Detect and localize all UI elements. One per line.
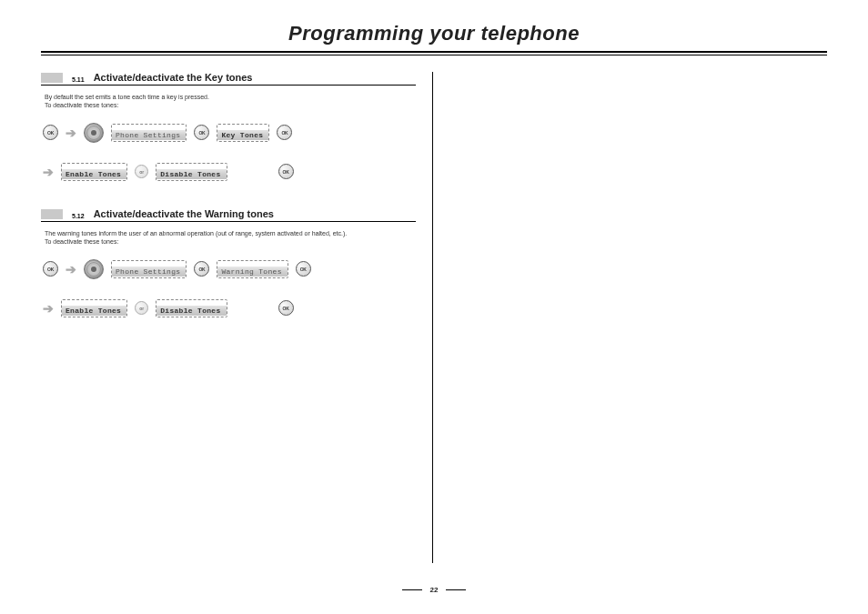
menu-pill-phone-settings: Phone Settings <box>111 260 187 278</box>
section-header: 5.11 Activate/deactivate the Key tones <box>41 72 416 86</box>
page: Programming your telephone 5.11 Activate… <box>0 0 868 614</box>
ok-button-icon: OK <box>278 164 294 179</box>
section-title: Activate/deactivate the Key tones <box>94 72 253 83</box>
divider-thin <box>41 55 827 55</box>
ok-button-icon: OK <box>43 125 58 140</box>
menu-label: Warning Tones <box>217 267 287 277</box>
right-column <box>433 72 827 563</box>
menu-pill-enable-tones: Enable Tones <box>61 299 127 317</box>
arrow-icon: ➔ <box>66 262 76 277</box>
ok-button-icon: OK <box>278 300 294 316</box>
section-body: By default the set emits a tone each tim… <box>45 93 416 110</box>
arrow-icon: ➔ <box>43 301 54 316</box>
page-number-wrap: 22 <box>0 581 868 598</box>
or-icon: or <box>135 301 148 315</box>
menu-label: Phone Settings <box>112 130 186 140</box>
menu-label: Enable Tones <box>62 169 126 179</box>
section-number: 5.12 <box>72 213 85 219</box>
section-number: 5.11 <box>72 76 85 83</box>
section-title: Activate/deactivate the Warning tones <box>94 208 274 219</box>
divider-thick <box>41 51 827 53</box>
menu-pill-key-tones: Key Tones <box>217 124 269 142</box>
menu-label: Phone Settings <box>112 267 186 277</box>
flow-row-1: OK ➔ Phone Settings OK Key Tones OK <box>41 123 416 143</box>
navigator-icon <box>84 123 104 143</box>
menu-pill-disable-tones: Disable Tones <box>156 299 227 317</box>
menu-pill-enable-tones: Enable Tones <box>61 163 127 181</box>
section-header: 5.12 Activate/deactivate the Warning ton… <box>41 208 416 222</box>
page-number-bar-right <box>446 589 466 590</box>
menu-label: Enable Tones <box>62 306 126 316</box>
menu-pill-warning-tones: Warning Tones <box>217 260 288 278</box>
menu-label: Key Tones <box>217 130 268 140</box>
section-number-box <box>41 73 63 83</box>
arrow-icon: ➔ <box>43 165 54 179</box>
page-number-bar-left <box>402 589 422 590</box>
menu-label: Disable Tones <box>156 169 226 179</box>
menu-label: Disable Tones <box>156 306 226 316</box>
menu-pill-disable-tones: Disable Tones <box>156 163 227 181</box>
navigator-icon <box>84 259 104 279</box>
or-icon: or <box>135 165 148 178</box>
section-5-12: 5.12 Activate/deactivate the Warning ton… <box>41 208 416 317</box>
section-5-11: 5.11 Activate/deactivate the Key tones B… <box>41 72 416 181</box>
body-line-2: To deactivate these tones: <box>45 238 118 245</box>
flow-row-2: ➔ Enable Tones or Disable Tones OK <box>41 299 416 317</box>
flow-row-2: ➔ Enable Tones or Disable Tones OK <box>41 163 416 181</box>
flow-row-1: OK ➔ Phone Settings OK Warning Tones OK <box>41 259 416 279</box>
menu-pill-phone-settings: Phone Settings <box>111 124 187 142</box>
ok-button-icon: OK <box>194 261 209 277</box>
ok-button-icon: OK <box>277 125 292 140</box>
arrow-icon: ➔ <box>66 126 76 140</box>
section-body: The warning tones inform the user of an … <box>45 229 416 247</box>
body-line-1: The warning tones inform the user of an … <box>45 230 347 237</box>
ok-button-icon: OK <box>43 261 58 277</box>
left-column: 5.11 Activate/deactivate the Key tones B… <box>41 72 432 563</box>
page-title: Programming your telephone <box>41 22 827 45</box>
ok-button-icon: OK <box>296 261 311 277</box>
body-line-1: By default the set emits a tone each tim… <box>45 94 209 100</box>
page-number: 22 <box>430 586 439 594</box>
body-line-2: To deactivate these tones: <box>45 102 118 108</box>
ok-button-icon: OK <box>194 125 209 140</box>
section-number-box <box>41 209 63 219</box>
columns: 5.11 Activate/deactivate the Key tones B… <box>41 72 827 563</box>
